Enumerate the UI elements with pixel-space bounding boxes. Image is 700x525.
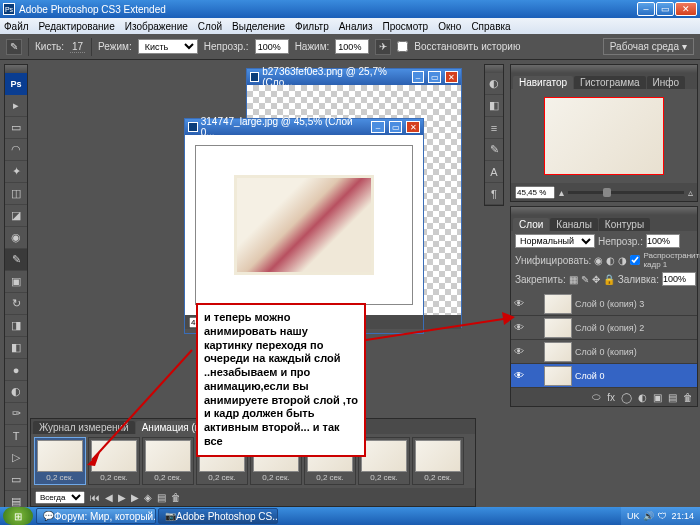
minimize-button[interactable]: – [637,2,655,16]
zoom-in-icon[interactable]: ▵ [688,187,693,198]
adjust-icon[interactable]: ◐ [638,392,647,403]
brush-tool[interactable]: ✎ [5,249,27,271]
system-tray[interactable]: UK 🔊 🛡 21:14 [621,507,700,525]
frame-1[interactable]: 0,2 сек. [34,437,86,485]
tab-layers[interactable]: Слои [513,218,549,231]
loop-select[interactable]: Всегда [35,491,85,504]
tray-icon[interactable]: 🛡 [658,511,667,521]
lasso-tool[interactable]: ◠ [5,139,27,161]
fx-icon[interactable]: fx [607,392,615,403]
fill-input[interactable] [662,272,696,286]
layer-row[interactable]: 👁Слой 0 (копия) 2 [511,316,697,340]
tray-lang[interactable]: UK [627,511,640,521]
doc-max-button[interactable]: ▭ [389,121,403,133]
panel-icon-3[interactable]: ≡ [485,117,503,139]
menu-window[interactable]: Окно [438,21,461,32]
tween-button[interactable]: ◈ [144,492,152,503]
navigator-thumb[interactable] [544,97,664,175]
new-frame-button[interactable]: ▤ [157,492,166,503]
type-tool[interactable]: T [5,425,27,447]
panel-icon-6[interactable]: ¶ [485,183,503,205]
menu-edit[interactable]: Редактирование [39,21,115,32]
visibility-icon[interactable]: 👁 [511,346,527,357]
layer-opacity-input[interactable] [646,234,680,248]
unify-icon-3[interactable]: ◑ [618,255,627,266]
panel-icon-2[interactable]: ◧ [485,95,503,117]
eraser-tool[interactable]: ◨ [5,315,27,337]
opacity-input[interactable] [255,39,289,54]
tab-info[interactable]: Инфо [647,76,686,89]
next-frame-button[interactable]: ▶ [131,492,139,503]
group-icon[interactable]: ▣ [653,392,662,403]
panel-icon-5[interactable]: A [485,161,503,183]
layer-row[interactable]: 👁Слой 0 (копия) 3 [511,292,697,316]
lock-trans-icon[interactable]: ▦ [569,274,578,285]
shape-tool[interactable]: ▭ [5,469,27,491]
panel-icon-4[interactable]: ✎ [485,139,503,161]
lock-pixel-icon[interactable]: ✎ [581,274,589,285]
menu-image[interactable]: Изображение [125,21,188,32]
mode-select[interactable]: Кисть [138,39,198,54]
move-tool[interactable]: ▸ [5,95,27,117]
tool-preset-icon[interactable]: ✎ [6,39,22,55]
trash-icon[interactable]: 🗑 [683,392,693,403]
link-icon[interactable]: ⬭ [592,391,601,403]
frame-3[interactable]: 0,2 сек. [142,437,194,485]
play-button[interactable]: ▶ [118,492,126,503]
doc-min-button[interactable]: – [371,121,385,133]
dodge-tool[interactable]: ◐ [5,381,27,403]
wand-tool[interactable]: ✦ [5,161,27,183]
visibility-icon[interactable]: 👁 [511,370,527,381]
menu-filter[interactable]: Фильтр [295,21,329,32]
prev-frame-button[interactable]: ◀ [105,492,113,503]
layer-row[interactable]: 👁Слой 0 (копия) [511,340,697,364]
workspace-button[interactable]: Рабочая среда▾ [603,38,694,55]
pen-tool[interactable]: ✑ [5,403,27,425]
tray-clock[interactable]: 21:14 [671,511,694,521]
taskbar-item[interactable]: 💬 Форум: Мир, который... [36,508,156,524]
menu-analysis[interactable]: Анализ [339,21,373,32]
tab-histogram[interactable]: Гистограмма [574,76,646,89]
mask-icon[interactable]: ◯ [621,392,632,403]
unify-icon-2[interactable]: ◐ [606,255,615,266]
lock-all-icon[interactable]: 🔒 [603,274,615,285]
start-button[interactable]: ⊞ [3,507,33,525]
layer-row-selected[interactable]: 👁Слой 0 [511,364,697,388]
crop-tool[interactable]: ◫ [5,183,27,205]
nav-zoom-input[interactable] [515,186,555,199]
heal-tool[interactable]: ◉ [5,227,27,249]
new-layer-icon[interactable]: ▤ [668,392,677,403]
tab-paths[interactable]: Контуры [599,218,650,231]
tab-navigator[interactable]: Навигатор [513,76,573,89]
menu-layer[interactable]: Слой [198,21,222,32]
path-tool[interactable]: ▷ [5,447,27,469]
stamp-tool[interactable]: ▣ [5,271,27,293]
slice-tool[interactable]: ◪ [5,205,27,227]
menu-file[interactable]: Файл [4,21,29,32]
blur-tool[interactable]: ● [5,359,27,381]
tab-measurements[interactable]: Журнал измерений [33,421,135,434]
tray-icon[interactable]: 🔊 [643,511,654,521]
frame-2[interactable]: 0,2 сек. [88,437,140,485]
propagate-checkbox[interactable] [630,255,640,265]
close-button[interactable]: ✕ [675,2,697,16]
delete-frame-button[interactable]: 🗑 [171,492,181,503]
menu-view[interactable]: Просмотр [382,21,428,32]
marquee-tool[interactable]: ▭ [5,117,27,139]
brush-size[interactable]: 17 [70,41,85,53]
blend-mode-select[interactable]: Нормальный [515,234,595,248]
lock-pos-icon[interactable]: ✥ [592,274,600,285]
visibility-icon[interactable]: 👁 [511,322,527,333]
first-frame-button[interactable]: ⏮ [90,492,100,503]
doc-window-front[interactable]: 314747_large.jpg @ 45,5% (Слой 0...–▭✕ ⊳ [184,118,424,334]
zoom-slider[interactable] [568,191,684,194]
restore-checkbox[interactable] [397,41,408,52]
gradient-tool[interactable]: ◧ [5,337,27,359]
panel-icon-1[interactable]: ◐ [485,73,503,95]
menu-select[interactable]: Выделение [232,21,285,32]
maximize-button[interactable]: ▭ [656,2,674,16]
airbrush-icon[interactable]: ✈ [375,39,391,55]
menu-help[interactable]: Справка [471,21,510,32]
history-brush-tool[interactable]: ↻ [5,293,27,315]
doc-close-button[interactable]: ✕ [406,121,420,133]
